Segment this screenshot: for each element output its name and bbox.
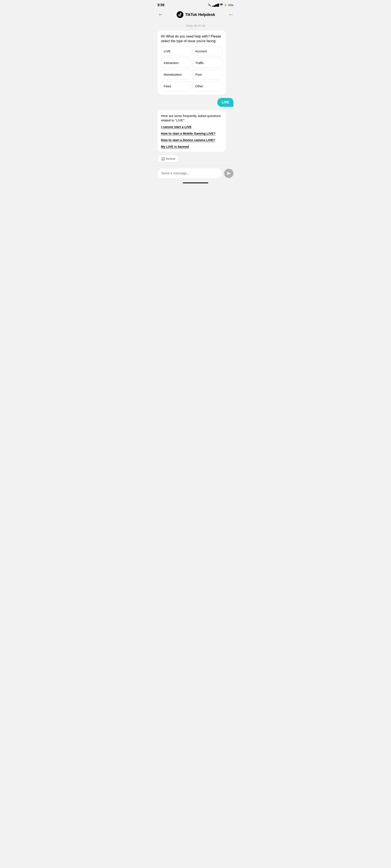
option-account[interactable]: Account [192,46,222,56]
chat-area: Today 08:47 AM Hi! What do you need help… [154,21,237,166]
send-button[interactable] [224,169,234,178]
option-post[interactable]: Post [192,69,222,80]
renew-button[interactable]: 🔄 Renew [157,155,179,162]
user-message-wrapper: LIVE [157,98,234,107]
more-options-button[interactable]: ··· [228,11,234,18]
bot-greeting-text: Hi! What do you need help with? Please s… [161,34,222,44]
faq-bubble: Here are some frequently asked questions… [157,110,226,152]
back-button[interactable]: ← [157,11,164,18]
bot-greeting-bubble: Hi! What do you need help with? Please s… [157,31,226,94]
option-live[interactable]: LIVE [161,46,191,56]
header-title-text: TikTok Helpdesk [185,12,215,17]
renew-icon: 🔄 [161,157,165,160]
option-feed[interactable]: Feed [161,81,191,91]
message-input-area [154,166,237,181]
home-indicator [154,181,237,185]
tiktok-logo-icon [178,12,182,17]
header-title: TikTok Helpdesk [177,11,215,18]
battery-icon: 🔋 [224,4,227,6]
option-interaction[interactable]: Interaction [161,58,191,68]
faq-link-device-camera[interactable]: How to start a Device camera LIVE? [161,138,222,142]
battery-percent: 70% [228,4,234,7]
home-bar [183,182,208,183]
mute-icon [208,3,211,7]
chat-timestamp: Today 08:47 AM [157,24,234,27]
option-monetization[interactable]: Monetization [161,69,191,80]
app-header: ← TikTok Helpdesk ··· [154,9,237,21]
send-icon [227,171,231,176]
wifi-icon [220,4,223,7]
tiktok-logo [177,11,183,18]
option-other[interactable]: Other [192,81,222,91]
user-message-bubble: LIVE [217,98,234,107]
issue-options-grid: LIVE Account Interaction Traffic Monetiz… [161,46,222,91]
option-traffic[interactable]: Traffic [192,58,222,68]
faq-intro-text: Here are some frequently asked questions… [161,114,222,123]
status-bar: 8:58 ▂▄▆█ 🔋 70% [154,0,237,9]
signal-icon: ▂▄▆█ [212,4,219,6]
message-input[interactable] [157,168,222,178]
faq-link-cannot-start[interactable]: I cannot start a LIVE [161,125,222,129]
renew-label: Renew [166,157,175,160]
faq-link-mobile-gaming[interactable]: How to start a Mobile Gaming LIVE? [161,132,222,135]
status-time: 8:58 [157,3,164,7]
faq-link-banned[interactable]: My LIVE is banned [161,145,222,148]
status-icons: ▂▄▆█ 🔋 70% [208,3,234,7]
